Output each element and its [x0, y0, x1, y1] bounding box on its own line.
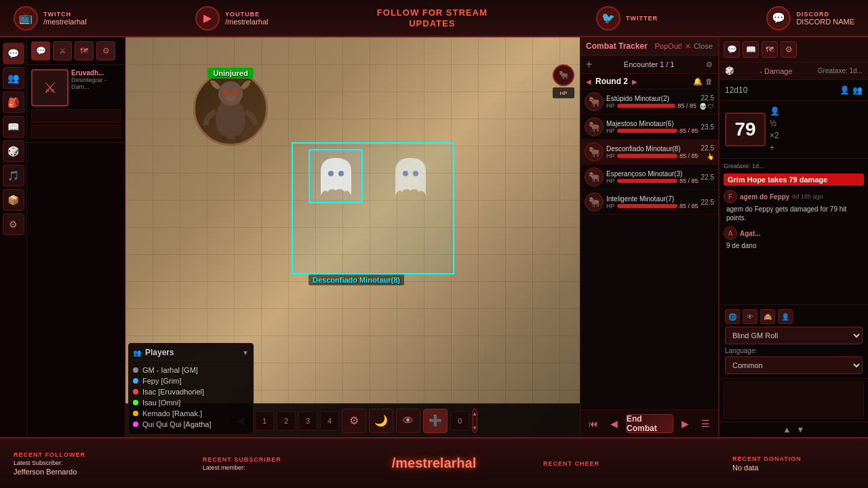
nav-actors-btn[interactable]: 👥	[3, 67, 24, 89]
initiative-3: 22.5	[701, 144, 714, 152]
end-combat-button[interactable]: End Combat	[626, 414, 673, 433]
player-name-gm: GM - Iarhal [GM]	[142, 366, 198, 374]
greataxe-note: Greataxe: 1d...	[818, 67, 863, 75]
nav-settings-btn[interactable]: ⚙	[3, 214, 24, 235]
ghost-token-2[interactable]	[383, 149, 437, 203]
mini-token-1[interactable]: 🐂	[553, 64, 574, 86]
tracker-controls: PopOut! ✕ Close	[655, 42, 713, 51]
public-roll-icon[interactable]: 🌐	[725, 309, 740, 324]
combatant-row-1[interactable]: 🐂 Estúpido Minotaur(2) HP 85 / 85 22.5	[580, 89, 718, 115]
prev-round-btn[interactable]: ◀	[586, 78, 591, 85]
feppy-header: F agem do Feppy 6d 18h ago	[724, 190, 864, 203]
player-name-kemado: Kemado [Ramak.]	[142, 409, 202, 418]
hp-bar-container-4	[617, 179, 677, 183]
hp-label-5: HP	[606, 203, 615, 209]
blind-roll-icon[interactable]: 🙈	[760, 309, 775, 324]
combatant-row-2[interactable]: 🐂 Majestoso Minotaur(6) HP 85 / 85 23.5	[580, 115, 718, 140]
apply-half-icon[interactable]: ½	[770, 119, 780, 128]
nav-items-btn[interactable]: 🎒	[3, 92, 24, 113]
popout-btn[interactable]: PopOut!	[655, 42, 682, 50]
prev-turn-btn[interactable]: ◀	[606, 417, 622, 430]
combatant-row-4[interactable]: 🐂 Esperançoso Minotaur(3) HP 85 / 85 22.…	[580, 165, 718, 190]
combat-icon-btn[interactable]: ⚔	[53, 41, 72, 60]
map-icon-btn[interactable]: 🗺	[75, 41, 94, 60]
gm-roll-icon[interactable]: 👁	[743, 309, 757, 324]
next-turn-btn[interactable]: ▶	[677, 417, 693, 430]
tool-num-1[interactable]: 1	[255, 411, 274, 430]
right-panel: 💬 📖 🗺 ⚙ 🎲 - Damage Greataxe: 1d... 12d10…	[719, 37, 868, 437]
combatant-row-3[interactable]: 🐂 Desconfiado Minotaur(8) HP 85 / 85 22.…	[580, 140, 718, 165]
rewind-btn[interactable]: ⏮	[585, 417, 602, 430]
tool-settings-btn[interactable]: ⚙	[342, 409, 366, 433]
uninjured-badge: Uninjured	[208, 68, 253, 79]
tool-moon-btn[interactable]: 🌙	[369, 409, 393, 433]
bell-icon[interactable]: 🔔	[693, 77, 703, 86]
tool-eye-btn[interactable]: 👁	[396, 409, 420, 433]
chat-icon-btn[interactable]: 💬	[31, 41, 50, 60]
combatant-img-5: 🐂	[585, 193, 603, 211]
zoom-slider[interactable]: ▲ ▼	[472, 409, 477, 433]
ghost-selected-border	[309, 149, 363, 203]
damage-highlight-msg: Grim Hope takes 79 damage	[724, 174, 864, 186]
twitter-label: TWITTER	[626, 15, 658, 22]
subscriber-sub: Latest member:	[203, 464, 325, 471]
apply-full-icon[interactable]: 👤	[770, 106, 780, 116]
player-dot-kemado	[133, 411, 138, 416]
combatant-stats-3: 22.5 👆	[701, 144, 714, 160]
next-round-btn[interactable]: ▶	[632, 78, 637, 85]
sidebar-top-icons: 💬 ⚔ 🗺 ⚙	[27, 37, 125, 65]
scroll-up-arrow[interactable]: ▲	[783, 425, 791, 434]
char-input2[interactable]	[31, 125, 121, 138]
cursor-icon-3: 👆	[707, 153, 714, 160]
youtube-icon: ▶	[195, 6, 220, 30]
char-input1[interactable]	[31, 109, 121, 123]
nav-compendium-btn[interactable]: 📦	[3, 189, 24, 211]
nav-tables-btn[interactable]: 🎲	[3, 140, 24, 162]
combatant-row-5[interactable]: 🐂 Inteligente Minotaur(7) HP 85 / 85 22.…	[580, 190, 718, 215]
tool-num-3[interactable]: 3	[298, 411, 317, 430]
scroll-down-arrow[interactable]: ▼	[797, 425, 805, 434]
combatant-avatar-1: 🐂	[585, 92, 604, 111]
nav-journal-btn[interactable]: 📖	[3, 116, 24, 138]
player-dot-gm	[133, 367, 138, 373]
map-area[interactable]: mapa do mundo cidade Estúpido Minotaur ✕…	[125, 37, 580, 437]
rp-chat-icon[interactable]: 💬	[724, 41, 740, 58]
tool-num-0[interactable]: 0	[450, 411, 469, 430]
tracker-close-label[interactable]: Close	[694, 42, 713, 50]
roll-mode-dropdown[interactable]: Blind GM Roll	[725, 327, 863, 344]
subscriber-section: RECENT SUBSCRIBER Latest member:	[203, 456, 325, 471]
rp-gear-icon[interactable]: ⚙	[781, 41, 797, 58]
close-combat-btn[interactable]: ✕	[685, 42, 691, 51]
youtube-section: ▶ YOUTUBE /mestrelarhal	[195, 6, 269, 30]
shield-icon-1: 🛡	[708, 103, 714, 110]
apply-double-icon[interactable]: ×2	[770, 131, 780, 140]
self-roll-icon[interactable]: 👤	[778, 309, 793, 324]
language-dropdown[interactable]: Common	[725, 357, 863, 374]
follower-label: RECENT FOLLOWER	[14, 451, 136, 458]
tool-plus-btn[interactable]: ➕	[423, 409, 448, 433]
encounter-gear-icon[interactable]: ⚙	[706, 60, 713, 69]
nav-playlists-btn[interactable]: 🎵	[3, 165, 24, 186]
players-panel: 👥 Players ▼ GM - Iarhal [GM] Fepy [Grim]	[128, 343, 254, 434]
menu-btn[interactable]: ☰	[697, 417, 714, 430]
follow-line2: UPDATES	[377, 18, 488, 29]
hp-value-3: 85 / 85	[679, 152, 698, 159]
nav-chat-btn[interactable]: 💬	[3, 43, 24, 64]
chat-input-box[interactable]	[724, 382, 864, 419]
tool-num-2[interactable]: 2	[277, 411, 296, 430]
ghost-token-selected[interactable]	[309, 149, 363, 203]
tracker-title: Combat Tracker	[586, 41, 648, 51]
players-chevron-icon[interactable]: ▼	[242, 349, 249, 357]
character-class: Desintegrar - Dam...	[71, 77, 121, 90]
gear-icon-btn[interactable]: ⚙	[96, 41, 115, 60]
players-panel-header: 👥 Players ▼	[133, 348, 249, 361]
rp-journal-icon[interactable]: 📖	[743, 41, 759, 58]
hp-value-1: 85 / 85	[677, 102, 696, 109]
trash-icon[interactable]: 🗑	[705, 77, 713, 86]
add-combatant-btn[interactable]: +	[586, 58, 592, 70]
tool-num-4[interactable]: 4	[320, 411, 339, 430]
heal-icon[interactable]: +	[770, 143, 780, 152]
minotaur-token-main[interactable]: Uninjured	[193, 71, 268, 146]
twitch-text: TWITCH /mestrelarhal	[43, 11, 87, 26]
rp-map-icon[interactable]: 🗺	[762, 41, 778, 58]
